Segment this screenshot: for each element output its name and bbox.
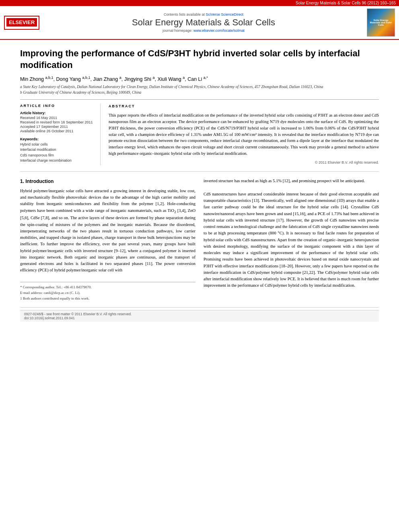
footnote-corresponding: * Corresponding author. Tel.: +86 411 84… xyxy=(20,285,195,290)
sciverse-link[interactable]: SciVerse ScienceDirect xyxy=(206,12,244,16)
affiliation-a: a State Key Laboratory of Catalysis, Dal… xyxy=(20,84,379,90)
footnote-email: E-mail address: canli@dicp.ac.cn (C. Li)… xyxy=(20,290,195,296)
high-text: high xyxy=(260,179,267,183)
abstract-panel: ABSTRACT This paper reports the effects … xyxy=(109,104,379,165)
footer-issn: 0927-0248/$ - see front matter © 2011 El… xyxy=(24,312,132,316)
journal-reference-bar: Solar Energy Materials & Solar Cells 96 … xyxy=(0,0,399,6)
homepage-line: journal homepage: www.elsevier.com/locat… xyxy=(44,29,363,33)
paper-title: Improving the performance of CdS/P3HT hy… xyxy=(20,48,379,71)
footnote-equal-contrib: 1 Both authors contributed equally to th… xyxy=(20,296,195,302)
authors-line: Min Zhong a,b,1, Dong Yang a,b,1, Jian Z… xyxy=(20,76,379,82)
section1-title: 1. Introduction xyxy=(20,178,195,185)
available-online-date: Available online 26 October 2011 xyxy=(20,129,94,133)
copyright-line: © 2011 Elsevier B.V. All rights reserved… xyxy=(109,160,379,166)
keyword-2: Interfacial modification xyxy=(20,147,94,153)
accepted-date: Accepted 17 September 2011 xyxy=(20,125,94,129)
body-right-column: inverted structure has reached as high a… xyxy=(204,178,379,301)
elsevier-logo-area: ELSEVIER xyxy=(4,16,40,30)
article-info-panel: ARTICLE INFO Article history: Received 1… xyxy=(20,104,101,165)
footer-section: 0927-0248/$ - see front matter © 2011 El… xyxy=(20,307,379,322)
body-two-col: 1. Introduction Hybrid polymer/inorganic… xyxy=(20,178,379,301)
section1-right-text-part2: CdS nanostructures have attracted consid… xyxy=(204,191,379,289)
section-divider xyxy=(20,171,379,172)
keyword-3: CdS nanoporous film xyxy=(20,153,94,158)
footer-doi: doi:10.1016/j.solmat.2011.09.041 xyxy=(24,316,75,320)
journal-title: Solar Energy Materials & Solar Cells xyxy=(44,17,363,28)
body-left-column: 1. Introduction Hybrid polymer/inorganic… xyxy=(20,178,195,301)
abstract-text: This paper reports the effects of interf… xyxy=(109,112,379,156)
journal-thumbnail: Solar Energy Materials and Solar Cells xyxy=(367,8,395,37)
article-info-abstract-section: ARTICLE INFO Article history: Received 1… xyxy=(20,99,379,165)
section1-right-text-part1: inverted structure has reached as high a… xyxy=(204,178,379,184)
abstract-title: ABSTRACT xyxy=(109,104,379,109)
keyword-4: Interfacial charge recombination xyxy=(20,158,94,164)
journal-reference-text: Solar Energy Materials & Solar Cells 96 … xyxy=(296,1,396,5)
received-revised-label: Received in revised form 16 September 20… xyxy=(20,120,94,124)
journal-header: ELSEVIER Contents lists available at Sci… xyxy=(0,6,399,40)
elsevier-logo-box: ELSEVIER xyxy=(6,18,37,27)
keywords-label: Keywords: xyxy=(20,137,94,141)
affiliations: a State Key Laboratory of Catalysis, Dal… xyxy=(20,84,379,95)
article-info-title: ARTICLE INFO xyxy=(20,104,94,108)
history-label: Article history: xyxy=(20,111,94,115)
homepage-link[interactable]: www.elsevier.com/locate/solmat xyxy=(193,29,245,33)
journal-center-info: Contents lists available at SciVerse Sci… xyxy=(44,12,363,33)
affiliation-b: b Graduate University of Chinese Academy… xyxy=(20,90,379,95)
keywords-list: Hybrid solar cells Interfacial modificat… xyxy=(20,142,94,164)
footnotes-section: * Corresponding author. Tel.: +86 411 84… xyxy=(20,282,195,302)
footer-bar: 0927-0248/$ - see front matter © 2011 El… xyxy=(20,310,379,322)
keyword-1: Hybrid solar cells xyxy=(20,142,94,148)
paper-container: Improving the performance of CdS/P3HT hy… xyxy=(0,40,399,330)
section1-left-text: Hybrid polymer/inorganic solar cells hav… xyxy=(20,188,195,274)
sciverse-line: Contents lists available at SciVerse Sci… xyxy=(44,12,363,16)
received-date: Received 16 May 2011 xyxy=(20,116,94,120)
